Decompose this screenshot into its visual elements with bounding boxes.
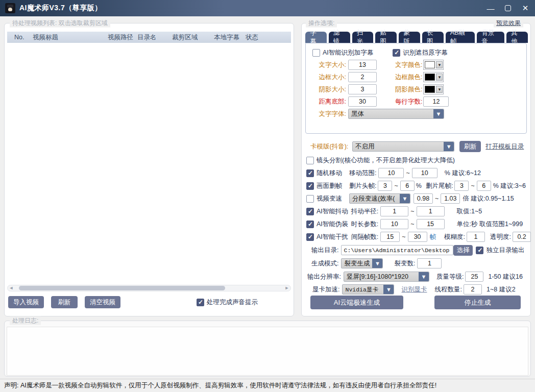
shadow-size-input[interactable] — [348, 84, 377, 94]
tab-other[interactable]: 其他 — [506, 32, 528, 43]
detect-gpu-link[interactable]: 识别显卡 — [401, 285, 427, 294]
border-color-select[interactable]: ▼ — [423, 72, 444, 82]
ai-disguise-checkbox[interactable]: AI智能伪装 — [306, 220, 348, 229]
card-template-select[interactable]: 不启用 ▼ — [352, 141, 454, 152]
sound-alert-checkbox-box[interactable] — [197, 299, 204, 306]
ai-interfere-checkbox[interactable]: AI智能干扰 — [306, 233, 348, 241]
del-head-min-input[interactable] — [378, 181, 392, 191]
chevron-down-icon[interactable]: ▼ — [372, 259, 382, 268]
ai-add-subtitle-checkbox-box[interactable] — [312, 49, 320, 57]
log-output-area[interactable] — [7, 327, 528, 376]
independent-dir-checkbox[interactable]: 独立目录输出 — [476, 246, 524, 255]
cover-original-checkbox-box[interactable] — [393, 49, 400, 57]
tab-subtitle[interactable]: 字幕 — [305, 32, 327, 43]
app-icon — [5, 3, 15, 13]
minimize-icon[interactable]: — — [486, 4, 495, 13]
chevron-down-icon[interactable]: ▼ — [400, 194, 410, 203]
split-count-input[interactable] — [417, 258, 442, 268]
frame-delete-checkbox[interactable]: 画面删帧 — [306, 182, 342, 190]
video-table-header: No. 视频标题 视频路径 目录名 裁剪区域 本地字幕 状态 — [7, 32, 291, 43]
chevron-down-icon[interactable]: ▼ — [383, 285, 394, 294]
ai-jitter-checkbox[interactable]: AI智能抖动 — [306, 207, 348, 216]
duration-max-input[interactable] — [417, 219, 445, 229]
sound-alert-checkbox[interactable]: 处理完成声音提示 — [197, 297, 258, 308]
speed-mode-select[interactable]: 分段变速(效率( ▼ — [349, 193, 410, 204]
preview-effect-link[interactable]: 预览效果 — [494, 19, 523, 28]
font-family-select[interactable]: 黑体 ▼ — [348, 109, 444, 119]
interval-max-input[interactable] — [408, 232, 427, 242]
import-video-button[interactable]: 导入视频 — [8, 296, 44, 308]
tab-mask[interactable]: 蒙版 — [399, 32, 420, 43]
choose-dir-button[interactable]: 选择 — [453, 245, 473, 256]
chevron-down-icon[interactable]: ▼ — [436, 61, 443, 68]
del-tail-max-input[interactable] — [477, 181, 491, 191]
chevron-down-icon[interactable]: ▼ — [433, 109, 444, 118]
chevron-down-icon[interactable]: ▼ — [419, 272, 429, 281]
chevron-down-icon[interactable]: ▼ — [436, 74, 443, 81]
shadow-color-label: 阴影颜色: — [395, 85, 422, 94]
font-size-input[interactable] — [348, 60, 377, 70]
video-list-body[interactable] — [7, 43, 291, 283]
tab-filter[interactable]: 滤镜 — [329, 32, 350, 43]
random-move-checkbox-box[interactable] — [306, 169, 314, 177]
random-move-checkbox[interactable]: 随机移动 — [306, 169, 342, 178]
tab-bgm[interactable]: 背景音 — [477, 32, 504, 43]
stop-generate-button[interactable]: 停止生成 — [434, 296, 521, 309]
duration-min-input[interactable] — [380, 219, 408, 229]
speed-min-input[interactable] — [414, 193, 433, 204]
gen-mode-label: 生成模式: — [311, 259, 338, 268]
jitter-min-input[interactable] — [380, 206, 408, 216]
del-head-max-input[interactable] — [400, 181, 415, 191]
opacity-input[interactable] — [513, 232, 531, 242]
jitter-max-input[interactable] — [417, 206, 445, 216]
tab-sticker[interactable]: 贴图 — [375, 32, 397, 43]
output-dir-input[interactable] — [341, 245, 453, 255]
speed-max-input[interactable] — [441, 193, 460, 204]
tilde-separator: ~ — [406, 169, 409, 177]
horizontal-scrollbar[interactable]: ◄ ► — [7, 285, 291, 291]
ai-jitter-checkbox-box[interactable] — [306, 208, 314, 215]
ai-disguise-checkbox-box[interactable] — [306, 220, 314, 228]
resolution-select[interactable]: 竖屏[9:16]-1080*1920 ▼ — [344, 272, 429, 282]
chevron-down-icon[interactable]: ▼ — [444, 142, 454, 151]
independent-dir-checkbox-box[interactable] — [476, 247, 483, 254]
tab-ab-blend[interactable]: AB融帧 — [446, 32, 475, 43]
bottom-distance-input[interactable] — [348, 96, 377, 107]
ai-add-subtitle-checkbox[interactable]: AI智能识别加字幕 — [312, 48, 373, 57]
font-color-select[interactable]: ▼ — [423, 60, 444, 70]
move-range-max-input[interactable] — [412, 168, 437, 178]
cover-original-checkbox[interactable]: 识别遮挡原字幕 — [393, 48, 448, 57]
shadow-color-select[interactable]: ▼ — [423, 84, 444, 94]
cloud-generate-button[interactable]: AI云端极速生成 — [310, 296, 403, 309]
resolution-value: 竖屏[9:16]-1080*1920 — [344, 273, 419, 281]
lens-split-checkbox-box[interactable] — [306, 157, 314, 164]
blur-input[interactable] — [467, 232, 485, 242]
maximize-icon[interactable] — [503, 4, 513, 13]
template-refresh-button[interactable]: 刷新 — [459, 141, 481, 152]
speed-change-checkbox-box[interactable] — [306, 195, 314, 203]
interval-min-input[interactable] — [380, 232, 400, 242]
refresh-list-button[interactable]: 刷新 — [51, 296, 78, 308]
frame-delete-checkbox-box[interactable] — [306, 182, 314, 190]
del-tail-min-input[interactable] — [454, 181, 469, 191]
move-range-min-input[interactable] — [378, 168, 404, 178]
clear-videos-button[interactable]: 清空视频 — [85, 296, 120, 308]
tab-sweep-light[interactable]: 扫光 — [352, 32, 374, 43]
threads-input[interactable] — [464, 284, 482, 295]
tab-long-image[interactable]: 长图 — [422, 32, 444, 43]
scroll-right-icon[interactable]: ► — [283, 285, 290, 291]
quality-input[interactable] — [465, 272, 483, 282]
scroll-thumb[interactable] — [19, 286, 225, 290]
gen-mode-value: 裂变生成 — [342, 259, 372, 268]
chevron-down-icon[interactable]: ▼ — [436, 86, 443, 93]
chars-per-line-input[interactable] — [423, 96, 449, 107]
speed-change-checkbox[interactable]: 视频变速 — [306, 194, 342, 203]
gen-mode-select[interactable]: 裂变生成 ▼ — [341, 258, 383, 268]
gpu-select[interactable]: Nvidia显卡 ▼ — [342, 284, 394, 295]
border-size-input[interactable] — [348, 72, 377, 82]
ai-interfere-checkbox-box[interactable] — [306, 233, 314, 241]
open-template-dir-link[interactable]: 打开模板目录 — [485, 142, 524, 151]
close-icon[interactable]: ✕ — [521, 4, 530, 13]
lens-split-checkbox[interactable]: 镜头分割(核心功能，不开启差异化处理大大降低) — [306, 155, 455, 166]
scroll-left-icon[interactable]: ◄ — [8, 285, 15, 291]
